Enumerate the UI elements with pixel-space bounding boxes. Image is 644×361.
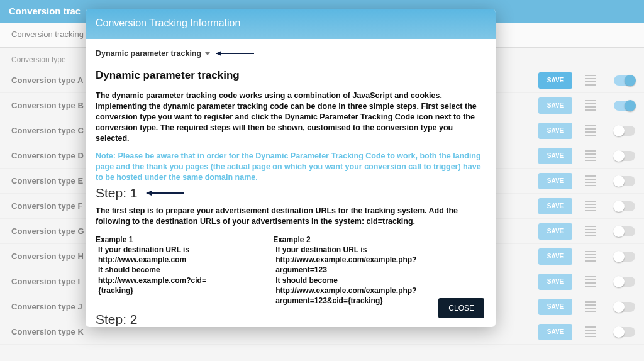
- step-1-text: The first step is to prepare your advert…: [96, 206, 483, 227]
- menu-icon[interactable]: [585, 100, 596, 111]
- conversion-type-name: Conversion type K: [11, 327, 538, 336]
- save-button[interactable]: SAVE: [538, 97, 572, 114]
- modal-body[interactable]: Dynamic parameter tracking Dynamic param…: [86, 39, 496, 327]
- menu-icon[interactable]: [585, 276, 596, 287]
- step-1-heading: Step: 1: [96, 186, 138, 201]
- enable-toggle[interactable]: [614, 226, 635, 236]
- menu-icon[interactable]: [585, 125, 596, 136]
- enable-toggle[interactable]: [614, 201, 635, 211]
- save-button[interactable]: SAVE: [538, 148, 572, 164]
- enable-toggle[interactable]: [614, 176, 635, 186]
- menu-icon[interactable]: [585, 326, 596, 337]
- enable-toggle[interactable]: [614, 302, 635, 312]
- example-1-body: If your destination URL is http://www.ex…: [96, 245, 234, 296]
- enable-toggle[interactable]: [614, 101, 635, 111]
- save-button[interactable]: SAVE: [538, 324, 572, 340]
- example-2-body: If your destination URL is http://www.ex…: [273, 245, 462, 306]
- tracking-type-dropdown[interactable]: Dynamic parameter tracking: [96, 49, 210, 58]
- menu-icon[interactable]: [585, 201, 596, 211]
- dropdown-label: Dynamic parameter tracking: [96, 49, 201, 58]
- example-2-label: Example 2: [273, 235, 310, 245]
- enable-toggle[interactable]: [614, 252, 635, 262]
- menu-icon[interactable]: [585, 251, 596, 262]
- note-text: Note: Please be aware that in order for …: [96, 151, 483, 183]
- enable-toggle[interactable]: [614, 151, 635, 161]
- step-2-heading: Step: 2: [96, 312, 483, 327]
- save-button[interactable]: SAVE: [538, 299, 572, 315]
- section-heading: Dynamic parameter tracking: [96, 69, 483, 82]
- menu-icon[interactable]: [585, 226, 596, 236]
- pointer-arrow-icon: [216, 53, 254, 54]
- example-1-label: Example 1: [96, 235, 133, 245]
- menu-icon[interactable]: [585, 150, 596, 161]
- save-button[interactable]: SAVE: [538, 173, 572, 189]
- close-button[interactable]: CLOSE: [438, 298, 484, 318]
- save-button[interactable]: SAVE: [538, 248, 572, 265]
- menu-icon[interactable]: [585, 75, 596, 86]
- examples-block: Example 1 If your destination URL is htt…: [96, 235, 483, 306]
- save-button[interactable]: SAVE: [538, 274, 572, 290]
- enable-toggle[interactable]: [614, 126, 635, 136]
- save-button[interactable]: SAVE: [538, 123, 572, 139]
- pointer-arrow-icon: [147, 192, 184, 194]
- save-button[interactable]: SAVE: [538, 72, 572, 89]
- save-button[interactable]: SAVE: [538, 223, 572, 240]
- enable-toggle[interactable]: [614, 277, 635, 287]
- enable-toggle[interactable]: [614, 75, 635, 86]
- intro-text: The dynamic parameter tracking code work…: [96, 91, 483, 143]
- save-button[interactable]: SAVE: [538, 198, 572, 214]
- chevron-down-icon: [205, 52, 210, 55]
- tracking-info-modal: Conversion Tracking Information Dynamic …: [86, 9, 496, 327]
- menu-icon[interactable]: [585, 301, 596, 312]
- menu-icon[interactable]: [585, 175, 596, 186]
- enable-toggle[interactable]: [614, 327, 635, 337]
- modal-title: Conversion Tracking Information: [86, 9, 496, 39]
